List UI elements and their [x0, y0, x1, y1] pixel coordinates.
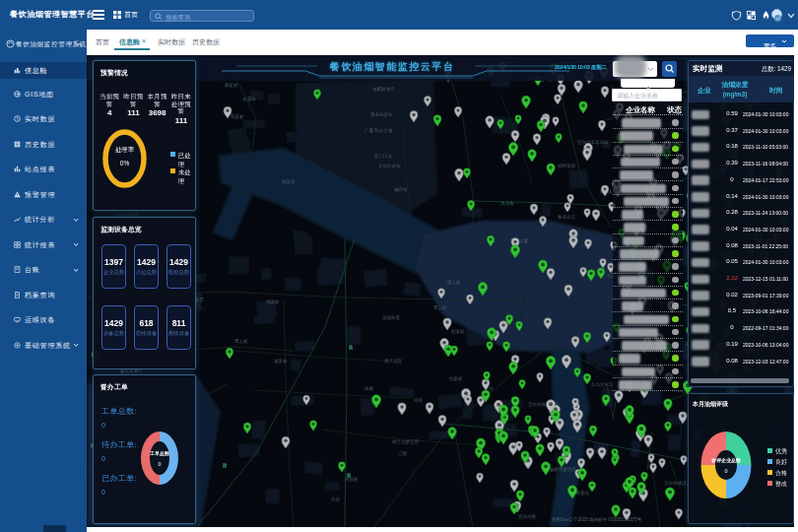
- svg-text:毛家村: 毛家村: [230, 113, 244, 120]
- svg-text:宜兴汽车客运站: 宜兴汽车客运站: [577, 140, 609, 145]
- svg-text:河埒: 河埒: [414, 398, 424, 403]
- svg-text:水漫沟: 水漫沟: [242, 96, 256, 101]
- svg-text:三国: 三国: [398, 451, 407, 456]
- svg-text:海聚财酒店: 海聚财酒店: [372, 87, 395, 92]
- svg-text:久九文化宫: 久九文化宫: [591, 381, 614, 387]
- svg-text:香滨天际: 香滨天际: [384, 358, 403, 365]
- svg-text:宜兴市委: 宜兴市委: [518, 513, 537, 519]
- svg-text:重石悦茶馆: 重石悦茶馆: [370, 111, 393, 117]
- svg-text:益楼: 益楼: [365, 386, 374, 391]
- svg-text:苏门口大: 苏门口大: [374, 154, 393, 159]
- svg-text:广厦 防水主城: 广厦 防水主城: [365, 127, 393, 134]
- svg-text:佳会: 佳会: [330, 497, 341, 501]
- svg-text:独兰当梦宝西: 独兰当梦宝西: [392, 438, 420, 444]
- svg-text:吴线电系: 吴线电系: [382, 314, 401, 321]
- svg-text:氿北路: 氿北路: [500, 201, 514, 206]
- svg-text:文化艺术馆: 文化艺术馆: [378, 163, 401, 168]
- svg-text:杨林景察西区: 杨林景察西区: [550, 466, 577, 472]
- svg-text:香谎元店: 香谎元店: [558, 214, 576, 220]
- svg-text:朝霞: 朝霞: [195, 297, 205, 303]
- svg-text:锦绣茶园: 锦绣茶园: [558, 163, 575, 168]
